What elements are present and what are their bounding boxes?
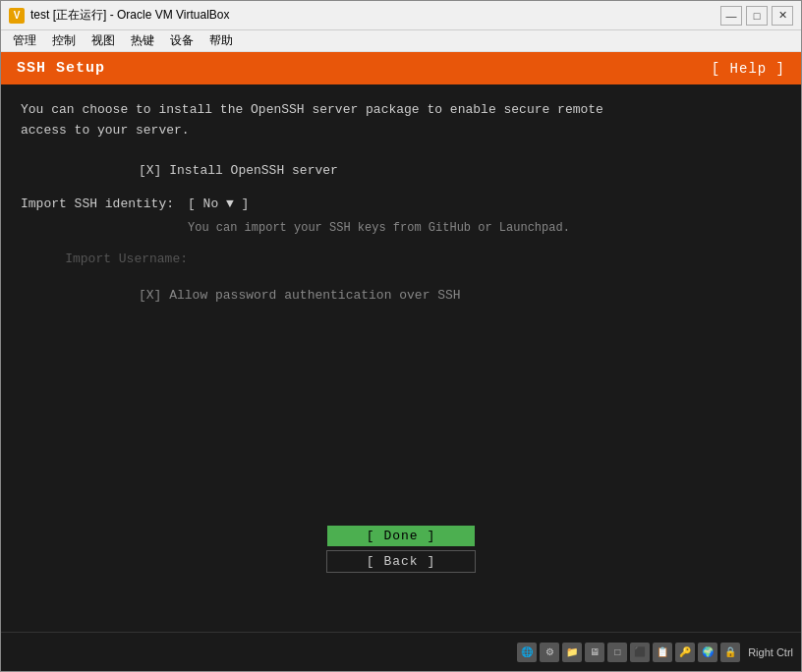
menu-item-help[interactable]: 帮助 [201,30,241,51]
window-controls: — □ ✕ [720,6,793,26]
taskbar-icon-10: 🔒 [720,643,740,662]
taskbar-icon-4: 🖥 [585,643,604,662]
right-ctrl-label: Right Ctrl [748,646,793,658]
menu-item-hotkey[interactable]: 热键 [123,30,162,51]
taskbar-icons: 🌐 ⚙ 📁 🖥 □ ⬛ 📋 🔑 🌍 🔒 [517,643,740,662]
vm-screen: SSH Setup [ Help ] You can choose to ins… [1,52,801,671]
title-bar: V test [正在运行] - Oracle VM VirtualBox — □… [1,1,801,30]
taskbar-icon-6: ⬛ [630,643,650,662]
taskbar-icon-2: ⚙ [540,643,559,662]
description-text: You can choose to install the OpenSSH se… [21,100,781,141]
ssh-setup-header: SSH Setup [ Help ] [1,52,801,84]
app-icon: V [9,8,25,24]
import-username-row: Import Username: [21,250,781,270]
taskbar-icon-8: 🔑 [675,643,695,662]
action-buttons: [ Done ] [ Back ] [1,526,801,573]
taskbar: 🌐 ⚙ 📁 🖥 □ ⬛ 📋 🔑 🌍 🔒 Right Ctrl [1,632,801,671]
taskbar-icon-9: 🌍 [698,643,717,662]
done-button[interactable]: [ Done ] [327,526,475,546]
menu-item-devices[interactable]: 设备 [162,30,201,51]
taskbar-icon-1: 🌐 [517,643,537,662]
back-button[interactable]: [ Back ] [326,550,476,573]
allow-password-row: [X] Allow password authentication over S… [21,286,781,307]
taskbar-icon-5: □ [607,643,627,662]
import-ssh-label: Import SSH identity: [21,195,188,215]
allow-password-label[interactable]: [X] Allow password authentication over S… [139,286,461,307]
menu-item-manage[interactable]: 管理 [5,30,44,51]
main-window: V test [正在运行] - Oracle VM VirtualBox — □… [0,0,802,672]
menu-bar: 管理 控制 视图 热键 设备 帮助 [1,30,801,52]
close-button[interactable]: ✕ [772,6,793,26]
maximize-button[interactable]: □ [746,6,768,26]
ssh-setup-title: SSH Setup [17,60,105,77]
menu-item-control[interactable]: 控制 [44,30,84,51]
taskbar-icon-7: 📋 [653,643,672,662]
import-ssh-note: You can import your SSH keys from GitHub… [188,219,781,238]
window-title: test [正在运行] - Oracle VM VirtualBox [30,7,720,24]
import-username-label: Import Username: [21,250,188,270]
import-ssh-dropdown[interactable]: [ No ▼ ] [188,195,249,215]
installer-body: You can choose to install the OpenSSH se… [1,84,801,632]
taskbar-icon-3: 📁 [562,643,582,662]
import-ssh-identity-row: Import SSH identity: [ No ▼ ] [21,195,781,215]
minimize-button[interactable]: — [720,6,742,26]
ssh-help-button[interactable]: [ Help ] [712,61,785,77]
menu-item-view[interactable]: 视图 [84,30,123,51]
install-openssh-row: [X] Install OpenSSH server [21,161,781,182]
install-openssh-label[interactable]: [X] Install OpenSSH server [139,161,338,182]
